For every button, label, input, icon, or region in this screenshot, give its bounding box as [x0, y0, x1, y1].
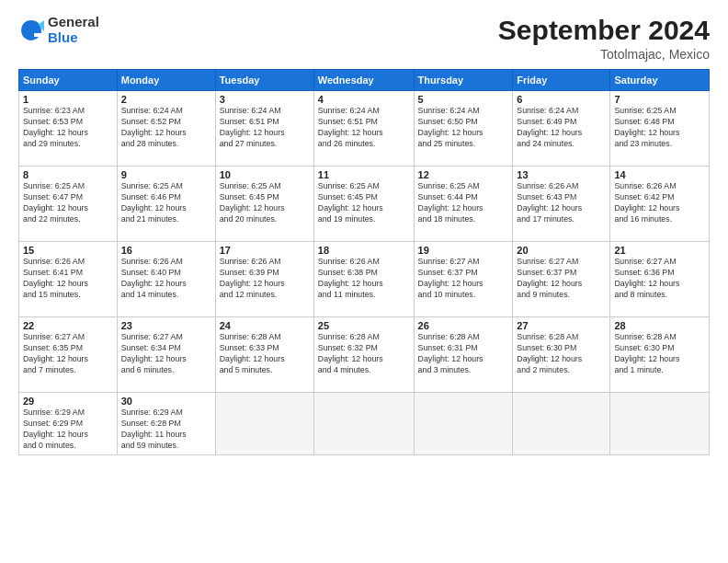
calendar-cell: 20Sunrise: 6:27 AMSunset: 6:37 PMDayligh… [513, 242, 610, 317]
weekday-header-saturday: Saturday [610, 70, 710, 91]
day-number: 23 [121, 320, 211, 331]
cell-info: Sunrise: 6:26 AMSunset: 6:39 PMDaylight:… [220, 257, 310, 301]
cell-info: Sunrise: 6:26 AMSunset: 6:41 PMDaylight:… [23, 257, 113, 301]
weekday-header-monday: Monday [117, 70, 215, 91]
calendar-cell: 12Sunrise: 6:25 AMSunset: 6:44 PMDayligh… [414, 167, 513, 242]
calendar-cell: 28Sunrise: 6:28 AMSunset: 6:30 PMDayligh… [610, 317, 710, 393]
day-number: 8 [23, 169, 113, 180]
calendar-cell: 1Sunrise: 6:23 AMSunset: 6:53 PMDaylight… [19, 91, 118, 167]
calendar-cell: 10Sunrise: 6:25 AMSunset: 6:45 PMDayligh… [215, 167, 313, 242]
cell-info: Sunrise: 6:25 AMSunset: 6:44 PMDaylight:… [418, 181, 509, 225]
day-number: 22 [23, 320, 113, 331]
cell-info: Sunrise: 6:29 AMSunset: 6:28 PMDaylight:… [121, 408, 211, 452]
cell-info: Sunrise: 6:26 AMSunset: 6:38 PMDaylight:… [318, 257, 410, 301]
calendar-cell: 24Sunrise: 6:28 AMSunset: 6:33 PMDayligh… [215, 317, 313, 393]
cell-info: Sunrise: 6:26 AMSunset: 6:43 PMDaylight:… [517, 181, 606, 225]
cell-info: Sunrise: 6:28 AMSunset: 6:33 PMDaylight:… [220, 332, 310, 376]
calendar-cell: 11Sunrise: 6:25 AMSunset: 6:45 PMDayligh… [313, 167, 414, 242]
day-number: 15 [23, 245, 113, 256]
cell-info: Sunrise: 6:27 AMSunset: 6:34 PMDaylight:… [121, 332, 211, 376]
general-blue-icon [18, 17, 44, 43]
weekday-header-tuesday: Tuesday [215, 70, 313, 91]
day-number: 29 [23, 396, 113, 407]
day-number: 30 [121, 396, 211, 407]
cell-info: Sunrise: 6:28 AMSunset: 6:32 PMDaylight:… [318, 332, 410, 376]
cell-info: Sunrise: 6:24 AMSunset: 6:50 PMDaylight:… [418, 106, 509, 150]
calendar-cell: 5Sunrise: 6:24 AMSunset: 6:50 PMDaylight… [414, 91, 513, 167]
day-number: 12 [418, 169, 509, 180]
week-row-4: 22Sunrise: 6:27 AMSunset: 6:35 PMDayligh… [19, 317, 710, 393]
calendar-cell: 6Sunrise: 6:24 AMSunset: 6:49 PMDaylight… [513, 91, 610, 167]
day-number: 26 [418, 320, 509, 331]
calendar-cell: 17Sunrise: 6:26 AMSunset: 6:39 PMDayligh… [215, 242, 313, 317]
calendar-cell: 2Sunrise: 6:24 AMSunset: 6:52 PMDaylight… [117, 91, 215, 167]
calendar-cell: 25Sunrise: 6:28 AMSunset: 6:32 PMDayligh… [313, 317, 414, 393]
logo-text: General Blue [48, 15, 99, 45]
day-number: 9 [121, 169, 211, 180]
cell-info: Sunrise: 6:25 AMSunset: 6:45 PMDaylight:… [318, 181, 410, 225]
cell-info: Sunrise: 6:27 AMSunset: 6:37 PMDaylight:… [418, 257, 509, 301]
day-number: 2 [121, 94, 211, 105]
page: General Blue September 2024 Totolmajac, … [0, 0, 728, 563]
weekday-header-friday: Friday [513, 70, 610, 91]
calendar-cell: 16Sunrise: 6:26 AMSunset: 6:40 PMDayligh… [117, 242, 215, 317]
day-number: 11 [318, 169, 410, 180]
cell-info: Sunrise: 6:24 AMSunset: 6:51 PMDaylight:… [318, 106, 410, 150]
day-number: 4 [318, 94, 410, 105]
day-number: 6 [517, 94, 606, 105]
week-row-5: 29Sunrise: 6:29 AMSunset: 6:29 PMDayligh… [19, 393, 710, 455]
calendar-cell: 27Sunrise: 6:28 AMSunset: 6:30 PMDayligh… [513, 317, 610, 393]
calendar-cell: 15Sunrise: 6:26 AMSunset: 6:41 PMDayligh… [19, 242, 118, 317]
cell-info: Sunrise: 6:24 AMSunset: 6:49 PMDaylight:… [517, 106, 606, 150]
day-number: 24 [220, 320, 310, 331]
day-number: 5 [418, 94, 509, 105]
calendar-cell: 23Sunrise: 6:27 AMSunset: 6:34 PMDayligh… [117, 317, 215, 393]
day-number: 3 [220, 94, 310, 105]
title-area: September 2024 Totolmajac, Mexico [498, 15, 710, 62]
weekday-header-wednesday: Wednesday [313, 70, 414, 91]
calendar-cell: 29Sunrise: 6:29 AMSunset: 6:29 PMDayligh… [19, 393, 118, 455]
cell-info: Sunrise: 6:24 AMSunset: 6:51 PMDaylight:… [220, 106, 310, 150]
calendar-cell: 14Sunrise: 6:26 AMSunset: 6:42 PMDayligh… [610, 167, 710, 242]
calendar-cell: 9Sunrise: 6:25 AMSunset: 6:46 PMDaylight… [117, 167, 215, 242]
calendar-cell [610, 393, 710, 455]
cell-info: Sunrise: 6:27 AMSunset: 6:36 PMDaylight:… [614, 257, 705, 301]
cell-info: Sunrise: 6:25 AMSunset: 6:47 PMDaylight:… [23, 181, 113, 225]
calendar-cell: 19Sunrise: 6:27 AMSunset: 6:37 PMDayligh… [414, 242, 513, 317]
cell-info: Sunrise: 6:29 AMSunset: 6:29 PMDaylight:… [23, 408, 113, 452]
cell-info: Sunrise: 6:27 AMSunset: 6:37 PMDaylight:… [517, 257, 606, 301]
calendar-cell: 22Sunrise: 6:27 AMSunset: 6:35 PMDayligh… [19, 317, 118, 393]
day-number: 25 [318, 320, 410, 331]
day-number: 10 [220, 169, 310, 180]
day-number: 1 [23, 94, 113, 105]
calendar-cell: 8Sunrise: 6:25 AMSunset: 6:47 PMDaylight… [19, 167, 118, 242]
calendar-cell: 30Sunrise: 6:29 AMSunset: 6:28 PMDayligh… [117, 393, 215, 455]
day-number: 21 [614, 245, 705, 256]
cell-info: Sunrise: 6:23 AMSunset: 6:53 PMDaylight:… [23, 106, 113, 150]
day-number: 7 [614, 94, 705, 105]
cell-info: Sunrise: 6:25 AMSunset: 6:45 PMDaylight:… [220, 181, 310, 225]
location-subtitle: Totolmajac, Mexico [498, 47, 710, 62]
header: General Blue September 2024 Totolmajac, … [18, 15, 710, 62]
week-row-3: 15Sunrise: 6:26 AMSunset: 6:41 PMDayligh… [19, 242, 710, 317]
calendar-cell: 26Sunrise: 6:28 AMSunset: 6:31 PMDayligh… [414, 317, 513, 393]
day-number: 18 [318, 245, 410, 256]
day-number: 27 [517, 320, 606, 331]
calendar-cell: 4Sunrise: 6:24 AMSunset: 6:51 PMDaylight… [313, 91, 414, 167]
cell-info: Sunrise: 6:28 AMSunset: 6:30 PMDaylight:… [614, 332, 705, 376]
cell-info: Sunrise: 6:25 AMSunset: 6:46 PMDaylight:… [121, 181, 211, 225]
day-number: 20 [517, 245, 606, 256]
calendar-cell [215, 393, 313, 455]
cell-info: Sunrise: 6:28 AMSunset: 6:31 PMDaylight:… [418, 332, 509, 376]
weekday-header-row: SundayMondayTuesdayWednesdayThursdayFrid… [19, 70, 710, 91]
cell-info: Sunrise: 6:25 AMSunset: 6:48 PMDaylight:… [614, 106, 705, 150]
cell-info: Sunrise: 6:27 AMSunset: 6:35 PMDaylight:… [23, 332, 113, 376]
month-title: September 2024 [498, 15, 710, 45]
calendar-cell: 3Sunrise: 6:24 AMSunset: 6:51 PMDaylight… [215, 91, 313, 167]
day-number: 16 [121, 245, 211, 256]
week-row-1: 1Sunrise: 6:23 AMSunset: 6:53 PMDaylight… [19, 91, 710, 167]
day-number: 17 [220, 245, 310, 256]
cell-info: Sunrise: 6:28 AMSunset: 6:30 PMDaylight:… [517, 332, 606, 376]
weekday-header-sunday: Sunday [19, 70, 118, 91]
calendar-cell: 18Sunrise: 6:26 AMSunset: 6:38 PMDayligh… [313, 242, 414, 317]
